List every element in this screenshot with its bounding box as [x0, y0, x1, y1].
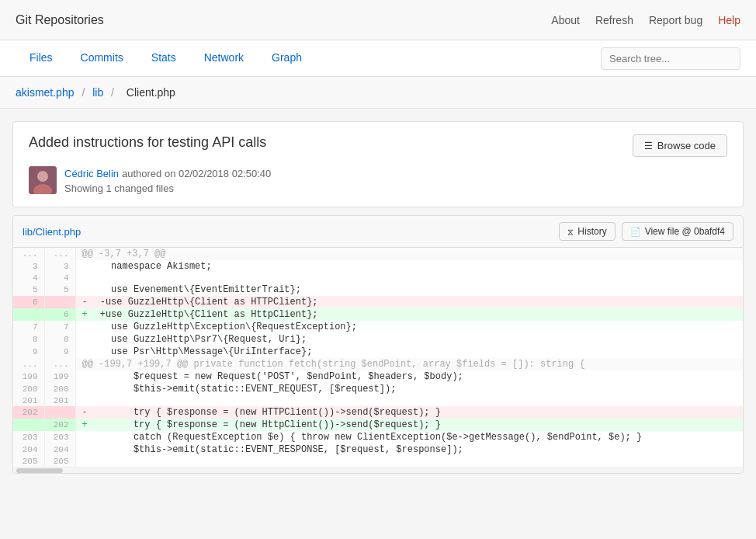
- diff-sign: [75, 395, 94, 406]
- history-label: History: [577, 226, 606, 237]
- line-content: [94, 395, 743, 406]
- table-row: 201 201: [13, 395, 743, 406]
- diff-sign: -: [75, 296, 94, 308]
- breadcrumb-akismet[interactable]: akismet.php: [16, 86, 74, 99]
- authored-text: authored on 02/02/2018 02:50:40: [122, 168, 271, 179]
- diff-sign: [75, 283, 94, 296]
- old-line-num: 7: [13, 321, 44, 333]
- commit-header: Added instructions for testing API calls…: [29, 134, 727, 157]
- table-row: 3 3 namespace Akismet;: [13, 260, 743, 273]
- refresh-link[interactable]: Refresh: [595, 14, 633, 26]
- author-link[interactable]: Cédric Belin: [64, 168, 119, 179]
- diff-sign: [75, 321, 94, 333]
- about-link[interactable]: About: [551, 14, 580, 26]
- table-row: 202 - try { $response = (new HTTPClient(…: [13, 406, 743, 419]
- stats-tab[interactable]: Stats: [137, 40, 190, 76]
- breadcrumb-bar: akismet.php / lib / Client.php: [0, 77, 756, 109]
- old-line-num: 6: [13, 296, 44, 308]
- new-line-num: 9: [44, 346, 75, 358]
- commit-meta: Cédric Belin authored on 02/02/2018 02:5…: [29, 166, 727, 194]
- view-file-label: View file @ 0bafdf4: [645, 226, 725, 237]
- commit-section: Added instructions for testing API calls…: [12, 121, 744, 207]
- diff-section: lib/Client.php ⧖ History 📄 View file @ 0…: [12, 215, 744, 474]
- table-row: ... ... @@ -199,7 +199,7 @@ private func…: [13, 358, 743, 370]
- help-link[interactable]: Help: [718, 14, 740, 26]
- breadcrumb-sep-2: /: [111, 86, 117, 99]
- old-line-num: 204: [13, 443, 44, 456]
- diff-sign: [75, 273, 94, 283]
- browse-code-label: Browse code: [657, 140, 716, 151]
- graph-tab[interactable]: Graph: [258, 40, 316, 76]
- line-content: $this->emit(static::EVENT_RESPONSE, [$re…: [94, 443, 743, 456]
- line-content: [94, 456, 743, 467]
- line-content: use GuzzleHttp\Exception\{RequestExcepti…: [94, 321, 743, 333]
- old-line-num: 200: [13, 383, 44, 395]
- table-row: 5 5 use Evenement\{EventEmitterTrait};: [13, 283, 743, 296]
- table-row: 202 + try { $response = (new HttpClient(…: [13, 419, 743, 431]
- svg-point-1: [37, 171, 48, 182]
- line-content: use Evenement\{EventEmitterTrait};: [94, 283, 743, 296]
- new-line-num: ...: [44, 248, 75, 260]
- header-links: About Refresh Report bug Help: [551, 14, 740, 26]
- diff-sign: +: [75, 308, 94, 321]
- diff-sign: [75, 333, 94, 346]
- file-icon: 📄: [630, 227, 641, 237]
- new-line-num: 202: [44, 419, 75, 431]
- commits-tab[interactable]: Commits: [67, 40, 137, 76]
- commit-title: Added instructions for testing API calls: [29, 134, 266, 151]
- files-tab[interactable]: Files: [16, 40, 67, 76]
- breadcrumb-lib[interactable]: lib: [92, 86, 103, 99]
- line-content: $request = new Request('POST', $endPoint…: [94, 370, 743, 383]
- diff-scroll-area[interactable]: ... ... @@ -3,7 +3,7 @@ 3 3 namespace Ak…: [13, 248, 743, 467]
- diff-sign: [75, 456, 94, 467]
- old-line-num: 4: [13, 273, 44, 283]
- old-line-num: 9: [13, 346, 44, 358]
- line-content: try { $response = (new HttpClient())->se…: [94, 419, 743, 431]
- diff-header: lib/Client.php ⧖ History 📄 View file @ 0…: [13, 216, 743, 248]
- line-content: catch (RequestException $e) { throw new …: [94, 431, 743, 443]
- breadcrumb: akismet.php / lib / Client.php: [16, 86, 180, 99]
- table-row: 199 199 $request = new Request('POST', $…: [13, 370, 743, 383]
- diff-table: ... ... @@ -3,7 +3,7 @@ 3 3 namespace Ak…: [13, 248, 743, 467]
- browse-code-button[interactable]: ☰ Browse code: [633, 134, 727, 157]
- nav-tabs: Files Commits Stats Network Graph: [0, 40, 756, 77]
- app-title: Git Repositories: [16, 13, 551, 27]
- showing-files: Showing 1 changed files: [64, 183, 271, 194]
- line-content: -use GuzzleHttp\{Client as HTTPClient};: [94, 296, 743, 308]
- line-content: [94, 273, 743, 283]
- line-content: $this->emit(static::EVENT_REQUEST, [$req…: [94, 383, 743, 395]
- search-input[interactable]: [601, 47, 740, 70]
- list-icon: ☰: [644, 141, 653, 151]
- old-line-num: 199: [13, 370, 44, 383]
- new-line-num: 200: [44, 383, 75, 395]
- new-line-num: 8: [44, 333, 75, 346]
- new-line-num: 6: [44, 308, 75, 321]
- new-line-num: 7: [44, 321, 75, 333]
- old-line-num: 202: [13, 406, 44, 419]
- diff-sign: -: [75, 406, 94, 419]
- table-row: 6 - -use GuzzleHttp\{Client as HTTPClien…: [13, 296, 743, 308]
- diff-sign: [75, 370, 94, 383]
- old-line-num: ...: [13, 358, 44, 370]
- table-row: 7 7 use GuzzleHttp\Exception\{RequestExc…: [13, 321, 743, 333]
- old-line-num: ...: [13, 248, 44, 260]
- table-row: 4 4: [13, 273, 743, 283]
- network-tab[interactable]: Network: [190, 40, 258, 76]
- diff-filename[interactable]: lib/Client.php: [23, 226, 81, 238]
- new-line-num: 5: [44, 283, 75, 296]
- scroll-hint: [13, 467, 743, 473]
- new-line-num: 201: [44, 395, 75, 406]
- history-button[interactable]: ⧖ History: [559, 222, 615, 241]
- header: Git Repositories About Refresh Report bu…: [0, 0, 756, 40]
- new-line-num: 203: [44, 431, 75, 443]
- table-row: 205 205: [13, 456, 743, 467]
- new-line-num: [44, 406, 75, 419]
- diff-sign: [75, 431, 94, 443]
- new-line-num: 199: [44, 370, 75, 383]
- view-file-button[interactable]: 📄 View file @ 0bafdf4: [622, 222, 733, 241]
- report-bug-link[interactable]: Report bug: [649, 14, 702, 26]
- diff-sign: [75, 443, 94, 456]
- breadcrumb-current: Client.php: [127, 86, 175, 99]
- new-line-num: ...: [44, 358, 75, 370]
- line-content: try { $response = (new HTTPClient())->se…: [94, 406, 743, 419]
